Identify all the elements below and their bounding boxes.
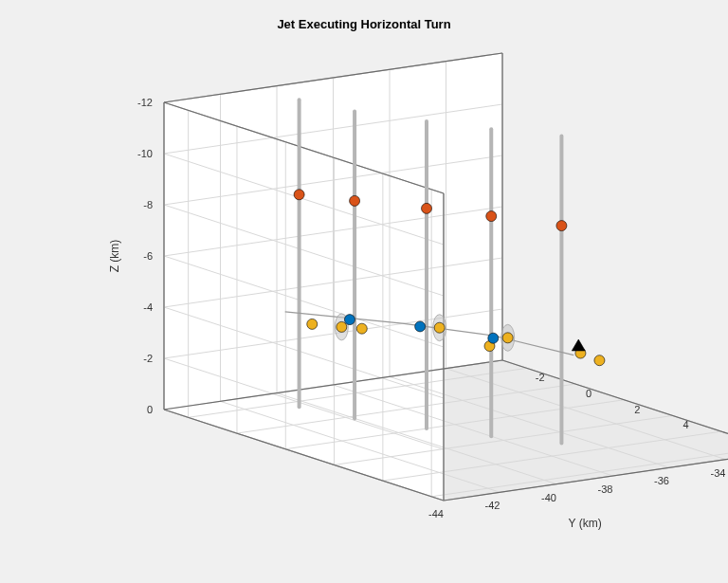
svg-text:-42: -42 bbox=[485, 500, 500, 511]
svg-text:-44: -44 bbox=[428, 508, 444, 519]
marker-circle bbox=[356, 323, 367, 334]
svg-text:4: 4 bbox=[683, 419, 689, 430]
marker-circle bbox=[337, 321, 347, 332]
marker-circle bbox=[415, 321, 426, 332]
marker-circle bbox=[594, 355, 605, 366]
marker-circle bbox=[434, 322, 445, 333]
marker-circle bbox=[350, 195, 360, 206]
svg-text:Y (km): Y (km) bbox=[569, 517, 602, 530]
marker-circle bbox=[307, 319, 318, 329]
svg-text:-2: -2 bbox=[536, 372, 545, 383]
svg-text:0: 0 bbox=[586, 388, 592, 399]
svg-text:-4: -4 bbox=[143, 301, 153, 313]
figure-window: Jet Executing Horizontal Turn -202468-44… bbox=[0, 0, 728, 583]
marker-circle bbox=[344, 315, 355, 325]
marker-circle bbox=[502, 333, 513, 343]
svg-text:Z (km): Z (km) bbox=[108, 240, 121, 273]
svg-text:-40: -40 bbox=[541, 492, 556, 503]
svg-text:-36: -36 bbox=[654, 475, 669, 486]
marker-circle bbox=[422, 203, 432, 213]
svg-text:-2: -2 bbox=[143, 353, 153, 364]
marker-circle bbox=[556, 221, 567, 231]
svg-text:2: 2 bbox=[634, 404, 640, 415]
svg-text:-38: -38 bbox=[598, 483, 613, 495]
marker-triangle bbox=[572, 339, 585, 351]
svg-text:-12: -12 bbox=[137, 97, 153, 108]
marker-circle bbox=[486, 211, 497, 222]
svg-text:0: 0 bbox=[147, 404, 153, 415]
svg-text:-6: -6 bbox=[143, 250, 153, 262]
marker-circle bbox=[488, 333, 499, 343]
svg-text:-34: -34 bbox=[711, 467, 726, 479]
svg-text:-8: -8 bbox=[143, 199, 153, 210]
svg-text:-10: -10 bbox=[137, 148, 153, 159]
marker-circle bbox=[294, 190, 304, 200]
axes-3d[interactable]: -202468-44-42-40-38-36-34-320-2-4-6-8-10… bbox=[0, 0, 728, 583]
